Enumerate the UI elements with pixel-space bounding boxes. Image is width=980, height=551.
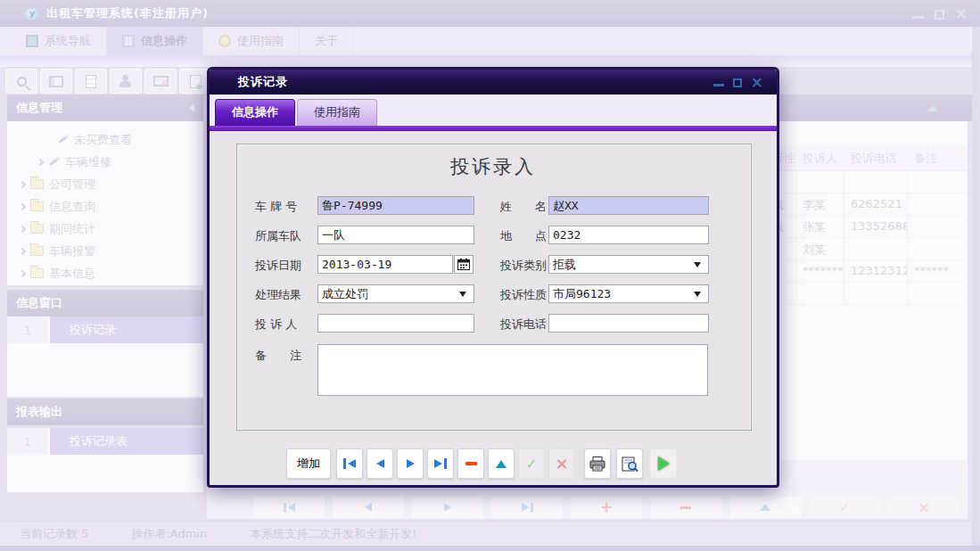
- dialog-tab-user-guide[interactable]: 使用指南: [297, 99, 377, 126]
- triangle-up-icon: [496, 460, 506, 468]
- location-label: 地 点: [500, 228, 547, 244]
- complainant-label: 投 诉 人: [255, 317, 297, 333]
- result-select[interactable]: [317, 284, 474, 303]
- name-input[interactable]: [548, 196, 709, 215]
- edit-record-button[interactable]: [488, 448, 515, 479]
- fleet-input[interactable]: [317, 226, 474, 244]
- dropdown-arrow-icon[interactable]: [459, 292, 466, 297]
- prev-record-button[interactable]: [366, 448, 393, 479]
- remark-textarea[interactable]: [317, 344, 708, 396]
- dialog-restore-icon[interactable]: [733, 78, 742, 87]
- dialog-close-icon[interactable]: ×: [751, 77, 764, 88]
- print-button[interactable]: [584, 448, 611, 479]
- run-icon: [658, 456, 670, 471]
- next-record-button[interactable]: [397, 448, 424, 479]
- delete-record-button[interactable]: [457, 448, 484, 479]
- complaint-record-dialog: 投诉记录 × 信息操作 使用指南 投诉录入 车 牌 号 姓 名 所属车队 地 点…: [207, 67, 779, 488]
- first-record-button[interactable]: [336, 448, 363, 479]
- date-input[interactable]: [317, 255, 453, 274]
- dialog-tab-info-operate[interactable]: 信息操作: [215, 99, 295, 126]
- location-input[interactable]: [548, 226, 709, 244]
- dialog-title: 投诉记录: [238, 74, 288, 90]
- calendar-icon: [457, 259, 470, 270]
- result-label: 处理结果: [255, 287, 301, 303]
- preview-button[interactable]: [616, 448, 643, 479]
- last-icon: [444, 458, 447, 469]
- first-icon: [343, 458, 346, 469]
- minus-icon: [465, 462, 477, 465]
- dialog-tab-underline: [210, 126, 777, 131]
- app-window: y 出租车管理系统(非注册用户) × 系统导航 信息操作 使用指南 关于: [0, 0, 980, 551]
- category-label: 投诉类别: [500, 258, 547, 274]
- confirm-button: ✓: [518, 448, 545, 479]
- last-record-button[interactable]: [427, 448, 454, 479]
- check-icon: ✓: [525, 456, 537, 473]
- nature-select[interactable]: [548, 284, 709, 303]
- phone-label: 投诉电话: [500, 317, 547, 333]
- fleet-label: 所属车队: [255, 228, 301, 244]
- dialog-minimize-icon[interactable]: [713, 84, 724, 86]
- remark-label: 备 注: [255, 348, 301, 364]
- prev-icon: [376, 459, 384, 468]
- phone-input[interactable]: [548, 314, 709, 333]
- complainant-input[interactable]: [317, 314, 474, 333]
- plate-label: 车 牌 号: [255, 199, 297, 215]
- form-title: 投诉录入: [210, 154, 777, 179]
- add-button-label: 增加: [297, 456, 320, 472]
- date-label: 投诉日期: [255, 258, 301, 274]
- category-select[interactable]: [548, 255, 709, 274]
- plate-input[interactable]: [317, 196, 474, 215]
- next-icon: [407, 459, 415, 468]
- dialog-titlebar: 投诉记录 ×: [210, 70, 777, 95]
- last-icon: [434, 459, 442, 468]
- nature-label: 投诉性质: [500, 287, 547, 303]
- dialog-tabbar: 信息操作 使用指南: [210, 95, 777, 126]
- dropdown-arrow-icon[interactable]: [694, 292, 701, 297]
- preview-icon: [621, 456, 638, 472]
- cross-icon: ×: [555, 457, 568, 470]
- calendar-button[interactable]: [454, 255, 474, 274]
- name-label: 姓 名: [500, 199, 547, 215]
- add-button[interactable]: 增加: [286, 448, 331, 479]
- cancel-button: ×: [548, 448, 575, 479]
- dialog-button-row: 增加 ✓ ×: [210, 448, 777, 481]
- first-icon: [348, 459, 356, 468]
- dropdown-arrow-icon[interactable]: [694, 262, 701, 267]
- printer-icon: [589, 456, 606, 472]
- run-button[interactable]: [650, 448, 677, 479]
